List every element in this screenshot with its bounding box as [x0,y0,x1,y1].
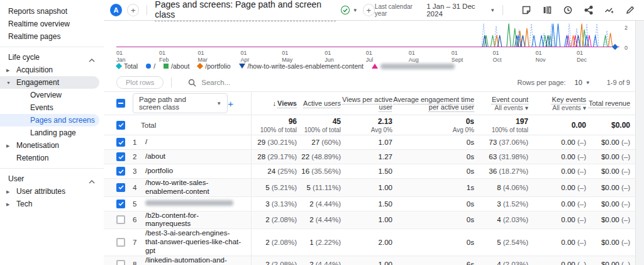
search-input[interactable]: Search... [188,79,230,87]
metric-filter-key-events[interactable]: All events ▾ [528,104,586,111]
table-row[interactable]: 4/how-to-write-sales-enablement-content5… [104,179,644,197]
expand-right-icon: ▶ [6,189,9,194]
table-row[interactable]: 2/about28 (29.17%)22 (48.89%)1.270s63 (3… [104,150,644,164]
column-header-views[interactable]: ↓Views [252,99,297,107]
plot-rows-button[interactable]: Plot rows [116,76,164,89]
cell-views: 28 (29.17%) [252,153,297,161]
sidebar-item-tech[interactable]: ▶Tech [0,198,104,210]
legend-label: /about [171,62,189,70]
legend-item-[interactable]: / [146,62,155,70]
dimension-selector[interactable]: Page path and screen class ▼ [133,93,228,113]
table-row[interactable]: 53 (3.13%)2 (4.44%)1.500s3 (1.52%)0.00 (… [104,197,644,211]
column-title[interactable]: Active users [303,99,341,107]
add-comparison-button[interactable]: + [127,4,139,16]
cell-active-users: 27 (60%) [297,138,341,146]
sidebar-item-engagement[interactable]: ▼Engagement [0,76,99,89]
legend-item-total[interactable]: Total [116,62,138,70]
sidebar-item-monetisation[interactable]: ▶Monetisation [0,139,104,152]
column-header-total-revenue[interactable]: Total revenue [586,99,630,107]
edit-icon[interactable] [625,5,635,15]
insights-icon[interactable] [604,5,614,15]
redacted-path [145,200,233,206]
square-marker-icon [164,64,169,69]
sidebar-item-life-cycle[interactable]: Life cycle [0,51,104,64]
column-title[interactable]: Event count [492,96,528,103]
avatar[interactable]: A [110,4,122,16]
sidebar-item-acquisition[interactable]: ▶Acquisition [0,64,104,76]
column-title[interactable]: Views per active user [342,96,392,111]
column-header-views-per-active-user[interactable]: Views per active user [341,96,392,111]
legend-item-portfolio[interactable]: /portfolio [197,62,230,70]
date-range-value[interactable]: 1 Jan – 31 Dec 2024 [426,3,487,18]
table-row[interactable]: 6/b2b-content-for-manyrequests2 (2.08%)2… [104,211,644,230]
column-title[interactable]: Key events [552,96,586,103]
sidebar-item-retention[interactable]: Retention [0,152,104,164]
column-header-key-events[interactable]: Key eventsAll events ▾ [528,96,586,111]
row-number: 3 [133,167,145,175]
sidebar-item-user[interactable]: User [0,172,104,185]
cell-views-per-active-user: 1.00 [341,261,392,265]
cell-views: 29 (30.21%) [252,138,297,146]
add-dimension-button[interactable]: + [228,98,233,109]
legend-item-about[interactable]: /about [164,62,189,70]
chevron-up-icon[interactable] [89,177,95,186]
table-row[interactable]: 3/portfolio24 (25%)16 (35.56%)1.500s36 (… [104,164,644,179]
ab-compare-icon[interactable] [542,5,552,15]
cell-key-events: 0.00 (–) [528,239,586,246]
legend-item-redacted[interactable] [372,64,455,69]
report-main: A + Pages and screens: Page path and scr… [104,0,644,265]
row-number: 7 [133,239,145,246]
row-checkbox[interactable] [116,200,125,208]
table-row[interactable]: 8/linkedin-automation-and-social-selling… [104,256,644,265]
rows-per-page-select[interactable]: 10 [575,79,582,86]
table-row[interactable]: 1/29 (30.21%)27 (60%)1.070s73 (37.06%)0.… [104,135,644,150]
row-number: 4 [133,184,145,191]
chevron-up-icon[interactable] [89,55,95,64]
scrollbar-track[interactable] [635,21,644,265]
cell-active-users: 2 (4.44%) [297,216,341,223]
row-checkbox[interactable] [116,183,125,192]
sidebar-item-landing-page[interactable]: Landing page [0,127,104,139]
row-checkbox[interactable] [116,167,125,176]
sidebar-item-label: Realtime overview [8,20,70,28]
select-all-checkbox[interactable] [116,99,125,108]
row-metrics: 2 (2.08%)1 (2.22%)2.000s5 (2.54%)0.00 (–… [251,229,630,255]
sidebar-item-events[interactable]: Events [0,101,104,114]
column-title[interactable]: Views [277,99,297,107]
title-caret-icon[interactable]: ▼ [353,8,358,13]
add-report-button[interactable]: + [363,4,375,16]
y-axis-tick-2: 2 [625,25,628,31]
row-number: 6 [133,216,145,223]
row-checkbox[interactable] [116,238,125,247]
clock-icon[interactable] [563,5,573,15]
sidebar-item-reports-snapshot[interactable]: Reports snapshot [0,5,104,18]
sidebar-item-label: User [8,174,24,183]
table-row[interactable]: 7/best-3-ai-search-engines-that-answer-q… [104,229,644,256]
sidebar-item-realtime-overview[interactable]: Realtime overview [0,18,104,30]
sidebar-item-pages-and-screens[interactable]: Pages and screens [0,114,99,127]
column-header-event-count[interactable]: Event countAll events ▾ [474,96,528,111]
metric-filter-event-count[interactable]: All events ▾ [474,104,528,111]
totals-metrics: 96100% of total45100% of total2.13Avg 0%… [251,115,630,135]
sidebar-item-overview[interactable]: Overview [0,89,104,101]
rows-per-page-caret-icon[interactable]: ▼ [586,80,591,86]
sidebar-item-label: Reports snapshot [8,7,67,16]
column-header-active-users[interactable]: Active users [297,99,341,107]
date-range-caret-icon[interactable]: ▼ [490,8,495,13]
legend-item-how-to-write-sales-enablement-content[interactable]: /how-to-write-sales-enablement-content [239,62,364,70]
row-checkbox[interactable] [116,215,125,224]
expand-down-icon: ▼ [6,81,11,85]
page-title[interactable]: Pages and screens: Page path and screen … [155,0,336,21]
search-placeholder: Search... [201,79,230,86]
sidebar-item-realtime-pages[interactable]: Realtime pages [0,30,104,43]
totals-checkbox[interactable] [116,121,125,130]
column-header-average-engagement-time-per-active-user[interactable]: Average engagement time per active user [392,96,474,111]
sidebar-item-user-attributes[interactable]: ▶User attributes [0,185,104,198]
row-checkbox[interactable] [116,260,125,265]
row-checkbox[interactable] [116,138,125,147]
note-icon[interactable] [521,5,531,15]
column-title[interactable]: Total revenue [589,99,630,107]
column-title[interactable]: Average engagement time per active user [393,96,474,111]
share-icon[interactable] [584,5,594,15]
row-checkbox[interactable] [116,152,125,161]
